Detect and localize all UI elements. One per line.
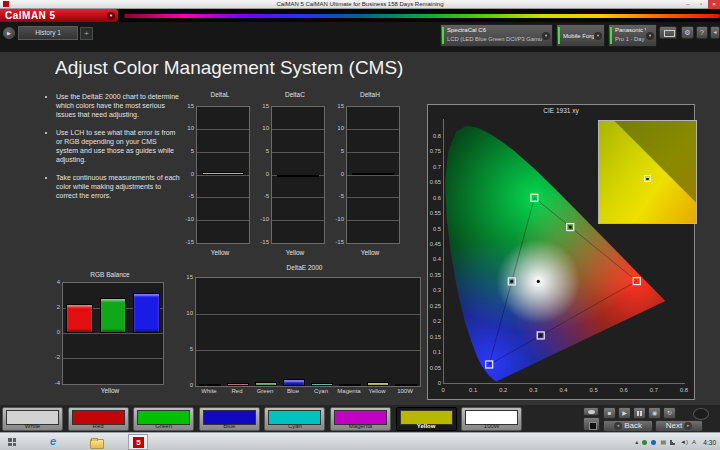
cie-y-tick: 0.1: [428, 349, 441, 355]
cie-x-tick: 0.2: [495, 387, 511, 393]
chart-title: RGB Balance: [35, 271, 185, 278]
help-button[interactable]: ?: [696, 26, 708, 39]
cie-x-tick: 0.1: [465, 387, 481, 393]
swatch-label: Yellow: [397, 423, 456, 429]
chart-x-label: Yellow: [257, 249, 333, 256]
source-name: Mobile Forge: [563, 33, 594, 39]
pattern-swatch-magenta[interactable]: Magenta: [330, 407, 391, 431]
y-tick-label: 10: [179, 310, 193, 316]
refresh-button[interactable]: ↻: [663, 407, 676, 419]
collapse-panel-button[interactable]: ◄: [710, 26, 720, 39]
cie-y-tick: 0.55: [428, 210, 441, 216]
measured-dot-yellow: [569, 225, 572, 228]
grid-line: [347, 152, 399, 153]
tray-bluetooth-icon[interactable]: [651, 440, 656, 445]
brand-bar: CalMAN 5 ▼: [0, 9, 720, 22]
y-tick-label: -10: [255, 216, 269, 222]
taskbar-clock[interactable]: 4:30: [703, 439, 716, 446]
chevron-down-icon[interactable]: ▼: [594, 32, 602, 40]
y-tick-label: -10: [180, 216, 194, 222]
pattern-swatch-white[interactable]: White: [2, 407, 63, 431]
y-tick-label: 5: [180, 148, 194, 154]
language-indicator[interactable]: A: [692, 438, 696, 446]
cie-x-tick: 0.8: [676, 387, 692, 393]
settings-button[interactable]: ⚙: [681, 26, 694, 39]
meter-eye-button[interactable]: [583, 407, 599, 416]
tab-history[interactable]: History 1: [18, 26, 78, 40]
cie-y-tick: 0.4: [428, 256, 441, 262]
y-tick-label: 10: [330, 125, 344, 131]
bar-green: [255, 382, 277, 386]
swatch-label: Red: [69, 423, 128, 429]
grid-line: [272, 197, 324, 198]
measured-dot-magenta: [539, 334, 542, 337]
tray-status-icon[interactable]: [642, 440, 647, 445]
display-settings-button[interactable]: [659, 26, 677, 39]
meter-mode: LCD (LED Blue Green DCI/P3 Gamut): [447, 36, 542, 42]
cie-y-tick: 0.15: [428, 334, 441, 340]
category-label: Red: [223, 388, 251, 394]
file-explorer-icon[interactable]: [90, 439, 104, 449]
pattern-swatch-cyan[interactable]: Cyan: [264, 407, 325, 431]
bar-100w: [395, 384, 417, 386]
close-button[interactable]: ×: [708, 0, 720, 9]
display-dropdown[interactable]: Panasonic Viera Series Pro 1 - Day ▼: [608, 24, 657, 47]
y-tick-label: 5: [330, 148, 344, 154]
pause-icon: [637, 411, 639, 416]
calman-taskbar-button[interactable]: 5: [128, 434, 148, 450]
hidden-icons-arrow[interactable]: ▴: [635, 438, 638, 446]
next-button[interactable]: Next ►: [655, 420, 703, 432]
minimize-button[interactable]: –: [682, 0, 694, 9]
eye-icon: [588, 410, 595, 414]
category-label: Green: [251, 388, 279, 394]
chart-deltaC: DeltaC Yellow -15-10-5051015: [257, 91, 333, 257]
grid-line: [196, 350, 420, 351]
page-title: Adjust Color Management System (CMS): [55, 57, 403, 79]
category-label: White: [195, 388, 223, 394]
y-tick-label: 15: [255, 103, 269, 109]
pattern-swatch-green[interactable]: Green: [133, 407, 194, 431]
add-tab-button[interactable]: +: [80, 27, 93, 40]
maximize-button[interactable]: ▫: [695, 0, 707, 9]
chart-deltaH: DeltaH Yellow -15-10-5051015: [332, 91, 408, 257]
cie-y-tick: 0.8: [428, 133, 441, 139]
play-button[interactable]: ▶: [618, 407, 631, 419]
chevron-down-icon[interactable]: ▼: [646, 32, 654, 40]
chart-title: DeltaC: [257, 91, 333, 98]
y-tick-label: 15: [180, 103, 194, 109]
grid-line: [197, 197, 249, 198]
y-tick-label: 0: [255, 171, 269, 177]
pattern-swatch-yellow[interactable]: Yellow: [396, 407, 457, 431]
pattern-swatch-100w[interactable]: 100W: [461, 407, 522, 431]
pattern-swatch-blue[interactable]: Blue: [199, 407, 260, 431]
chart-title: DeltaH: [332, 91, 408, 98]
calman-logo-text: CalMAN 5: [5, 9, 56, 22]
logo-menu-chevron-icon[interactable]: ▼: [107, 12, 115, 20]
next-label: Next: [666, 421, 682, 430]
bar-yellow: [352, 173, 394, 175]
calman-logo[interactable]: CalMAN 5 ▼: [0, 9, 118, 22]
back-button[interactable]: ◄ Back: [603, 420, 653, 432]
grid-line: [63, 358, 163, 359]
start-button[interactable]: [8, 438, 16, 446]
internet-explorer-icon[interactable]: e: [50, 435, 56, 447]
volume-icon[interactable]: ◄): [680, 438, 688, 446]
source-dropdown[interactable]: Mobile Forge ▼: [556, 24, 605, 47]
play-session-button[interactable]: ▶: [3, 27, 15, 39]
network-icon[interactable]: [670, 439, 676, 445]
bar-blue: [133, 293, 160, 333]
stop-measure-button[interactable]: [583, 417, 600, 431]
tray-monitor-icon[interactable]: ▤: [660, 438, 666, 446]
chart-plot-area: [62, 282, 164, 385]
stop-button[interactable]: ■: [603, 407, 616, 419]
meter-dropdown[interactable]: SpectraCal C6 LCD (LED Blue Green DCI/P3…: [440, 24, 553, 47]
cie-y-tick: 0.65: [428, 179, 441, 185]
cie-x-tick: 0.7: [646, 387, 662, 393]
read-continuous-button[interactable]: ◉: [648, 407, 661, 419]
y-tick-label: -15: [255, 239, 269, 245]
chevron-down-icon[interactable]: ▼: [542, 32, 550, 40]
pause-button[interactable]: [633, 407, 646, 419]
cie-y-tick: 0.75: [428, 148, 441, 154]
chart-cie-1931-xy: CIE 1931 xy 00.10.20.30.40.50.60.70.800.…: [427, 104, 695, 400]
pattern-swatch-red[interactable]: Red: [68, 407, 129, 431]
